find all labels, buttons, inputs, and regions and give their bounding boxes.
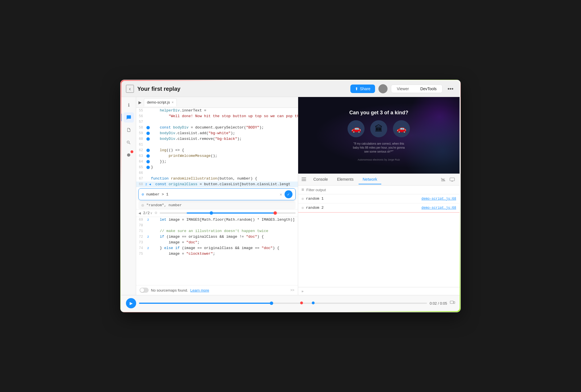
sidebar-item-record[interactable] xyxy=(124,150,134,160)
learn-more-link[interactable]: Learn more xyxy=(190,288,209,292)
svg-rect-3 xyxy=(302,180,306,181)
editor-tabs: ▶ demo-script.js × xyxy=(136,97,298,108)
log-entry-1: random 1 demo-script.js:68 xyxy=(298,194,460,203)
code-line-65: 65 } xyxy=(136,165,298,170)
breakpoint-input[interactable] xyxy=(146,192,277,197)
preview-attribution: Autonomous electronic by Jorge Ruiz xyxy=(358,158,400,161)
preview-icon-3: 🚗 xyxy=(393,120,410,137)
timeline-track[interactable] xyxy=(139,303,427,304)
code-line-63: 63 printWelcomeMessage(); xyxy=(136,153,298,159)
pagination-slider[interactable] xyxy=(160,212,296,214)
slider-thumb-end xyxy=(273,211,277,215)
code-line-56: 56 "Well done! Now hit the stop button u… xyxy=(136,113,298,119)
sourcemaps-toggle[interactable] xyxy=(140,288,149,293)
log-dot-2 xyxy=(302,207,304,209)
filter-bar: ≡ xyxy=(298,186,460,194)
share-button[interactable]: ⬆ Share xyxy=(350,85,375,93)
log-source-2[interactable]: demo-script.js:68 xyxy=(422,206,456,210)
log-source-1[interactable]: demo-script.js:68 xyxy=(422,197,456,201)
svg-rect-8 xyxy=(450,301,453,304)
code-line-55: 55 helperDiv.innerText = xyxy=(136,108,298,113)
code-line-70: 70 xyxy=(136,223,298,228)
code-line-73: 73 image = "doc"; xyxy=(136,240,298,245)
prev-arrow[interactable]: ◀ xyxy=(138,211,141,216)
log-text-2: random 2 xyxy=(306,206,419,210)
main-content: ℹ ▶ xyxy=(121,97,460,295)
code-line-58: 58 const bodyDiv = document.querySelecto… xyxy=(136,125,298,130)
screen-size-icon[interactable] xyxy=(450,301,455,306)
viewer-tab[interactable]: Viewer xyxy=(391,85,415,93)
slider-track xyxy=(187,212,275,214)
code-line-72: 72 2 if (image == originalClass && image… xyxy=(136,234,298,240)
svg-rect-1 xyxy=(302,178,306,178)
code-line-68: 68 2 ◀ const originalClass = button.clas… xyxy=(136,182,298,187)
filter-input[interactable] xyxy=(306,188,456,192)
tab-close-button[interactable]: × xyxy=(172,100,174,104)
svg-rect-9 xyxy=(454,302,455,304)
log-dot-1 xyxy=(302,198,304,200)
editor-tab-demo-script[interactable]: demo-script.js × xyxy=(144,98,177,106)
devtools-panel: Console Elements Network ≡ xyxy=(298,174,460,295)
slider-thumb-start xyxy=(210,211,213,215)
sidebar-item-info[interactable]: ℹ xyxy=(124,100,134,110)
sourcemaps-label: No sourcemaps found. xyxy=(151,288,188,292)
more-button[interactable]: ••• xyxy=(446,84,455,93)
code-line-57: 57 xyxy=(136,119,298,125)
console-logs: random 1 demo-script.js:68 random 2 demo… xyxy=(298,194,460,287)
log-text-1: random 1 xyxy=(306,197,419,201)
expand-circle[interactable]: ○ xyxy=(155,210,157,216)
code-line-67: 67 function randomizeIllustration(button… xyxy=(136,176,298,182)
devtools-tab[interactable]: DevTools xyxy=(414,85,442,93)
code-editor: ▶ demo-script.js × 55 helperDiv.innerTex… xyxy=(136,97,298,295)
devtools-tabs: Console Elements Network xyxy=(298,174,460,186)
preview-area: Can you get 3 of a kind? 🚗 🏛 🚗 "If my ca… xyxy=(298,97,460,174)
breakpoint-popup: ⊘ ✕ ✓ xyxy=(138,188,296,200)
sidebar-item-document[interactable] xyxy=(124,125,134,135)
svg-rect-5 xyxy=(450,178,455,181)
tab-elements[interactable]: Elements xyxy=(333,175,357,184)
tab-console[interactable]: Console xyxy=(310,175,332,184)
share-icon: ⬆ xyxy=(355,87,358,91)
record-badge xyxy=(130,150,133,153)
code-line-59: 59 bodyDiv.classList.add("bg-white"); xyxy=(136,130,298,136)
right-panel: Can you get 3 of a kind? 🚗 🏛 🚗 "If my ca… xyxy=(298,97,460,295)
sidebar-item-search[interactable] xyxy=(124,137,134,147)
clear-icon[interactable]: ✕ xyxy=(280,192,282,197)
code-line-71: 71 // make sure an illustration doesn't … xyxy=(136,228,298,234)
preview-caption: "If my calculations are correct, when th… xyxy=(350,142,407,154)
preview-icons: 🚗 🏛 🚗 xyxy=(348,120,410,137)
log-entry-2: random 2 demo-script.js:68 xyxy=(298,203,460,213)
view-toggle: Viewer DevTools xyxy=(391,85,443,93)
filter-menu-icon[interactable]: ≡ xyxy=(302,187,304,192)
timeline-thumb xyxy=(270,302,273,305)
preview-icon-2: 🏛 xyxy=(370,120,387,137)
expand-icon[interactable]: >> xyxy=(290,288,294,292)
app-window: ‹ Your first replay ⬆ Share Viewer DevTo… xyxy=(120,80,461,312)
code-line-75: 75 image = "clocktower"; xyxy=(136,251,298,257)
back-button[interactable]: ‹ xyxy=(126,85,134,93)
time-display: 0:02 / 0:05 xyxy=(430,301,447,305)
timeline-marker-red xyxy=(300,302,303,304)
sidebar: ℹ xyxy=(121,97,136,295)
title-bar: ‹ Your first replay ⬆ Share Viewer DevTo… xyxy=(121,81,460,97)
preview-content: Can you get 3 of a kind? 🚗 🏛 🚗 "If my ca… xyxy=(298,97,460,174)
devtools-menu-icon[interactable] xyxy=(302,177,306,182)
suggestion-row: "random", number xyxy=(138,201,296,209)
screen-toggle-icon[interactable] xyxy=(448,176,456,184)
no-video-icon[interactable] xyxy=(439,176,447,184)
svg-point-0 xyxy=(127,153,130,156)
timeline-marker-blue xyxy=(312,302,315,304)
console-expand[interactable]: » xyxy=(298,287,460,295)
code-line-62: 62 log(() => { xyxy=(136,147,298,153)
confirm-button[interactable]: ✓ xyxy=(285,190,292,198)
preview-icon-1: 🚗 xyxy=(348,120,365,137)
code-line-74: 74 2 } else if (image == originalClass &… xyxy=(136,245,298,251)
suggestion-text: "random", number xyxy=(146,203,182,207)
play-button[interactable]: ▶ xyxy=(126,298,136,308)
tab-network[interactable]: Network xyxy=(359,175,381,184)
code-line-60: 60 bodyDiv.classList.remove("bg-black"); xyxy=(136,136,298,142)
sidebar-item-comment[interactable] xyxy=(124,112,134,123)
toggle-knob xyxy=(140,288,144,292)
preview-title: Can you get 3 of a kind? xyxy=(349,110,408,116)
pagination-count: 2/2 ∨ xyxy=(143,211,152,215)
